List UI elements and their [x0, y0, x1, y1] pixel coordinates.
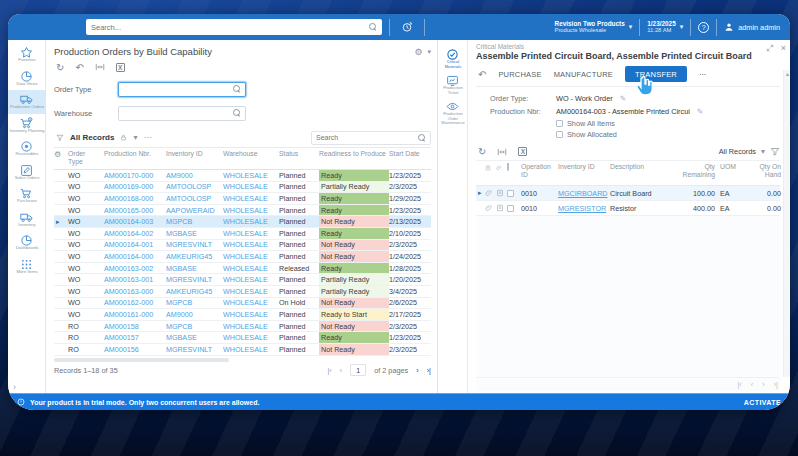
inventory-id-link[interactable]: AM9000 [166, 309, 223, 320]
sidebar-item-inventory-planning[interactable]: Inventory Planning [8, 114, 45, 138]
panel-settings-chevron-icon[interactable]: ▾ [427, 48, 431, 56]
side-panel-tab-production-ticket[interactable]: Production Ticket [438, 73, 467, 99]
col-warehouse[interactable]: Warehouse [223, 150, 279, 169]
pager-prev-icon[interactable]: ‹ [751, 380, 753, 389]
expand-side-panel-icon[interactable] [766, 44, 774, 52]
production-order-row[interactable]: WOAM000165-000AAPOWERAIDWHOLESALEPlanned… [54, 205, 431, 217]
production-order-row[interactable]: ROAM000158MGPCBWHOLESALEPlannedNot Ready… [54, 321, 431, 333]
col-inventory-id[interactable]: Inventory ID [166, 150, 223, 169]
inventory-id-link[interactable]: MGRESISTOR [558, 204, 610, 213]
paperclip-icon[interactable] [485, 189, 494, 198]
checkbox-icon[interactable] [556, 120, 563, 127]
grid-search[interactable] [311, 131, 431, 145]
production-nbr-link[interactable]: AM000158 [104, 321, 166, 332]
fit-to-screen-icon[interactable] [497, 147, 507, 157]
inventory-id-link[interactable]: AMKEURIG45 [166, 286, 223, 297]
purchase-button[interactable]: PURCHASE [498, 70, 541, 79]
production-order-row[interactable]: ▸WOAM000164-003MGPCBWHOLESALEPlannedNot … [54, 216, 431, 228]
col-operation-id[interactable]: Operation ID [521, 163, 558, 185]
side-panel-tab-production-order-maintenance[interactable]: Production Order Maintenance [438, 99, 467, 132]
paperclip-icon[interactable] [485, 204, 494, 213]
production-order-row[interactable]: WOAM000163-002MGBASEWHOLESALEReleasedRea… [54, 263, 431, 275]
production-nbr-link[interactable]: AM000169-000 [104, 182, 166, 193]
warehouse-lookup[interactable] [118, 106, 246, 121]
tenant-chevron-icon[interactable]: ▾ [629, 23, 633, 31]
row-checkbox[interactable] [507, 190, 514, 197]
warehouse-input[interactable] [123, 110, 233, 117]
horizontal-scrollbar[interactable] [54, 358, 431, 362]
inventory-id-link[interactable]: AMTOOLOSP [166, 193, 223, 204]
panel-settings-gear-icon[interactable]: ⚙ [414, 47, 422, 57]
inventory-id-link[interactable]: AMTOOLOSP [166, 182, 223, 193]
col-start-date[interactable]: Start Date [389, 150, 430, 169]
col-status[interactable]: Status [279, 150, 319, 169]
production-order-row[interactable]: WOAM000170-000AM9000WHOLESALEPlannedRead… [54, 170, 431, 182]
warehouse-link[interactable]: WHOLESALE [223, 216, 279, 227]
help-icon[interactable]: ? [698, 22, 709, 33]
inventory-id-link[interactable]: MGPCB [166, 321, 223, 332]
checkbox-icon[interactable] [556, 131, 563, 138]
lookup-search-icon[interactable] [233, 109, 241, 117]
sidebar-expand-button[interactable]: › [13, 382, 16, 392]
sidebar-item-sales-orders[interactable]: Sales Orders [8, 161, 45, 185]
business-date-selector[interactable]: 1/23/2025 11:28 AM [647, 20, 675, 34]
date-chevron-icon[interactable]: ▾ [680, 23, 684, 31]
production-nbr-link[interactable]: AM000161-000 [104, 309, 166, 320]
grid-search-input[interactable] [316, 134, 418, 141]
production-order-row[interactable]: WOAM000168-000AMTOOLOSPWHOLESALEPlannedR… [54, 193, 431, 205]
inventory-id-link[interactable]: MGBASE [166, 263, 223, 274]
production-nbr-link[interactable]: AM000164-001 [104, 240, 166, 251]
warehouse-link[interactable]: WHOLESALE [223, 228, 279, 239]
pager-prev-icon[interactable]: ‹ [340, 366, 342, 375]
warehouse-link[interactable]: WHOLESALE [223, 344, 279, 355]
scroll-up-icon[interactable]: ▲ [785, 71, 790, 77]
production-nbr-link[interactable]: AM000164-002 [104, 228, 166, 239]
pager-first-icon[interactable]: |‹ [737, 380, 741, 389]
production-nbr-value[interactable]: AM000164-003 - Assemble Printed Circui [556, 107, 690, 116]
warehouse-link[interactable]: WHOLESALE [223, 251, 279, 262]
order-type-value[interactable]: WO - Work Order [556, 94, 613, 103]
warehouse-link[interactable]: WHOLESALE [223, 286, 279, 297]
warehouse-link[interactable]: WHOLESALE [223, 182, 279, 193]
search-icon[interactable] [418, 134, 426, 142]
page-number-input[interactable]: 1 [350, 364, 366, 376]
material-row[interactable]: ▸0010MGCIRBOARDCircuit Board100.00EA0.00 [476, 186, 780, 201]
filter-more-icon[interactable]: ⋯ [143, 133, 151, 142]
global-search[interactable] [86, 19, 382, 35]
production-order-row[interactable]: WOAM000163-001MGRESVINLTWHOLESALEPlanned… [54, 274, 431, 286]
warehouse-link[interactable]: WHOLESALE [223, 298, 279, 309]
user-menu[interactable]: admin admin [724, 22, 780, 32]
refresh-icon[interactable]: ↻ [478, 146, 486, 157]
warehouse-link[interactable]: WHOLESALE [223, 321, 279, 332]
cancel-icon[interactable]: ↶ [75, 62, 83, 73]
col-production-nbr[interactable]: Production Nbr. [104, 150, 166, 169]
inventory-id-link[interactable]: MGRESVINLT [166, 344, 223, 355]
production-nbr-link[interactable]: AM000164-003 [104, 216, 166, 227]
more-actions-icon[interactable]: ⋯ [699, 70, 707, 79]
side-panel-tab-critical-materials[interactable]: Critical Materials [438, 47, 467, 73]
sidebar-item-receivables[interactable]: Receivables [8, 137, 45, 161]
production-nbr-link[interactable]: AM000168-000 [104, 193, 166, 204]
production-order-row[interactable]: WOAM000163-000AMKEURIG45WHOLESALEPlanned… [54, 286, 431, 298]
filter-funnel-icon[interactable] [56, 134, 64, 142]
production-order-row[interactable]: WOAM000164-002MGBASEWHOLESALEPlannedRead… [54, 228, 431, 240]
inventory-id-link[interactable]: MGRESVINLT [166, 240, 223, 251]
production-order-row[interactable]: WOAM000162-000MGPCBWHOLESALEOn HoldNot R… [54, 298, 431, 310]
filter-tab-all-records[interactable]: All Records [70, 133, 114, 142]
production-order-row[interactable]: WOAM000169-000AMTOOLOSPWHOLESALEPlannedP… [54, 182, 431, 194]
activate-button[interactable]: ACTIVATE [744, 399, 781, 406]
note-icon[interactable] [496, 189, 505, 198]
inventory-id-link[interactable]: MGBASE [166, 228, 223, 239]
sidebar-item-inventory[interactable]: Inventory [8, 208, 45, 232]
vertical-scrollbar[interactable]: ▲ [783, 70, 790, 377]
pager-next-icon[interactable]: › [416, 366, 418, 375]
inventory-id-link[interactable]: AM9000 [166, 170, 223, 181]
production-nbr-link[interactable]: AM000165-000 [104, 205, 166, 216]
cancel-icon[interactable]: ↶ [478, 69, 486, 80]
inventory-id-link[interactable]: MGBASE [166, 332, 223, 343]
production-order-row[interactable]: WOAM000164-000AMKEURIG45WHOLESALEPlanned… [54, 251, 431, 263]
col-readiness[interactable]: Readiness to Produce [319, 150, 389, 169]
filter-funnel-icon[interactable] [770, 147, 780, 157]
warehouse-link[interactable]: WHOLESALE [223, 170, 279, 181]
global-search-input[interactable] [91, 23, 369, 32]
